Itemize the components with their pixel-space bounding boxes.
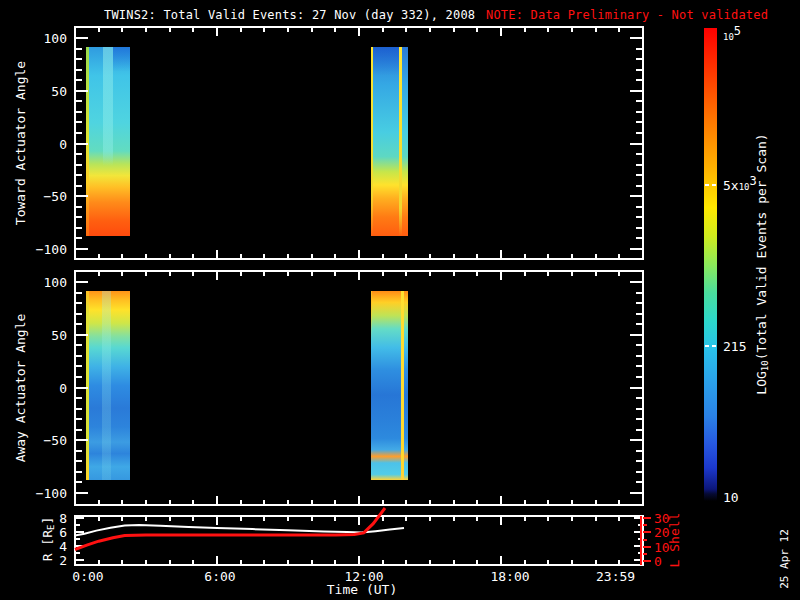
x-tick-label: 18:00	[490, 570, 529, 583]
tick-mark	[75, 281, 88, 283]
tick-mark	[636, 418, 643, 420]
tick-mark	[429, 560, 431, 565]
tick-mark	[571, 254, 573, 259]
tick-mark	[75, 132, 82, 134]
tick-mark	[636, 132, 643, 134]
tick-mark	[75, 439, 88, 441]
tick-mark	[618, 27, 620, 32]
tick-mark	[263, 516, 265, 521]
tick-mark	[75, 58, 82, 60]
tick-mark	[216, 556, 218, 565]
tick-mark	[524, 254, 526, 259]
tick-mark	[595, 271, 597, 276]
tick-mark	[636, 153, 643, 155]
tick-mark	[75, 492, 88, 494]
tick-mark	[75, 90, 88, 92]
tick-mark	[358, 556, 360, 565]
tick-mark	[636, 100, 643, 102]
tick-mark	[595, 560, 597, 565]
tick-mark	[642, 496, 644, 505]
tick-mark	[630, 334, 643, 336]
tick-mark	[75, 37, 88, 39]
tick-mark	[524, 27, 526, 32]
tick-mark	[636, 355, 643, 357]
tick-mark	[636, 365, 643, 367]
tick-mark	[500, 556, 502, 565]
tick-mark	[630, 387, 643, 389]
tick-mark	[500, 516, 502, 525]
away-axis-title: Away Actuator Angle	[14, 314, 27, 463]
tick-mark	[75, 111, 82, 113]
tick-mark	[358, 496, 360, 505]
tick-mark	[311, 500, 313, 505]
tick-mark	[75, 48, 82, 50]
tick-mark	[643, 560, 651, 562]
tick-mark	[429, 500, 431, 505]
tick-mark	[75, 216, 82, 218]
tick-mark	[311, 516, 313, 521]
x-tick-label: 6:00	[204, 570, 235, 583]
y-tick-label: 8	[59, 512, 67, 525]
tick-mark	[121, 500, 123, 505]
tick-mark	[240, 500, 242, 505]
tick-mark	[98, 27, 100, 32]
tick-mark	[547, 271, 549, 276]
tick-mark	[74, 496, 76, 505]
tick-mark	[429, 516, 431, 521]
tick-mark	[121, 516, 123, 521]
colorbar-dash	[712, 345, 716, 347]
tick-mark	[75, 408, 82, 410]
tick-mark	[453, 560, 455, 565]
tick-mark	[75, 418, 82, 420]
tick-mark	[75, 387, 88, 389]
tick-mark	[75, 227, 82, 229]
tick-mark	[500, 27, 502, 36]
tick-mark	[595, 516, 597, 521]
tick-mark	[453, 254, 455, 259]
twins-total-valid-events-figure: TWINS2: Total Valid Events: 27 Nov (day …	[0, 0, 800, 600]
tick-mark	[169, 254, 171, 259]
tick-mark	[636, 460, 643, 462]
y-tick-label: −50	[44, 190, 67, 203]
tick-mark	[263, 500, 265, 505]
tick-mark	[75, 206, 82, 208]
tick-mark	[429, 271, 431, 276]
tick-mark	[192, 516, 194, 521]
tick-mark	[75, 545, 84, 547]
tick-mark	[382, 516, 384, 521]
tick-mark	[429, 27, 431, 32]
tick-mark	[311, 27, 313, 32]
tick-mark	[75, 153, 82, 155]
tick-mark	[630, 37, 643, 39]
tick-mark	[74, 250, 76, 259]
tick-mark	[595, 500, 597, 505]
y-tick-label: 100	[44, 276, 67, 289]
tick-mark	[75, 376, 82, 378]
tick-mark	[382, 254, 384, 259]
tick-mark	[382, 271, 384, 276]
tick-mark	[311, 560, 313, 565]
data-preliminary-note: NOTE: Data Preliminary - Not validated	[486, 8, 768, 22]
tick-mark	[287, 254, 289, 259]
tick-mark	[216, 271, 218, 280]
tick-mark	[98, 500, 100, 505]
tick-mark	[571, 271, 573, 276]
tick-mark	[75, 323, 82, 325]
tick-mark	[618, 254, 620, 259]
tick-mark	[643, 546, 651, 548]
tick-mark	[74, 556, 76, 565]
tick-mark	[75, 79, 82, 81]
tick-mark	[571, 500, 573, 505]
colorbar-axis-title: LOG10(Total Valid Events per Scan)	[755, 133, 768, 394]
tick-mark	[75, 397, 82, 399]
tick-mark	[429, 254, 431, 259]
tick-mark	[476, 271, 478, 276]
plot-title: TWINS2: Total Valid Events: 27 Nov (day …	[104, 8, 475, 22]
tick-mark	[75, 471, 82, 473]
tick-mark	[643, 531, 651, 533]
tick-mark	[75, 538, 80, 540]
tick-mark	[524, 271, 526, 276]
tick-mark	[642, 27, 644, 36]
tick-mark	[382, 27, 384, 32]
tick-mark	[636, 48, 643, 50]
